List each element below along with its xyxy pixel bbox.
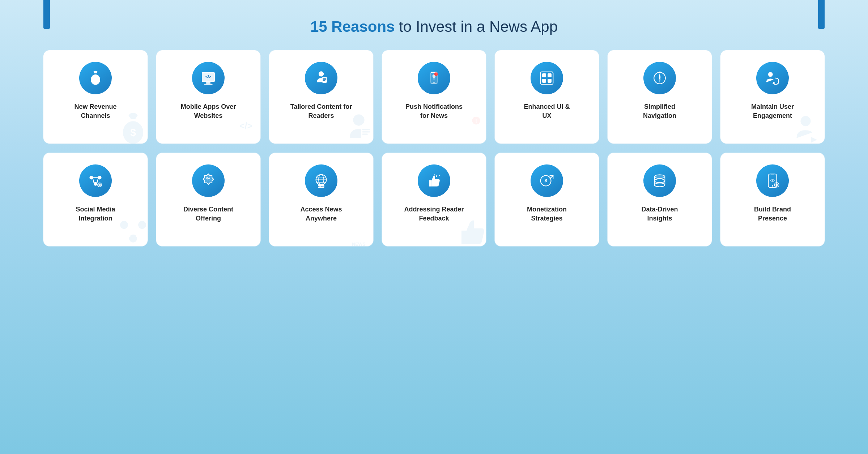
svg-line-69 — [136, 227, 139, 237]
svg-rect-11 — [242, 137, 251, 142]
svg-point-107 — [686, 237, 709, 245]
icon-circle-social-media-integration — [79, 164, 112, 197]
top-bar-left — [43, 0, 50, 29]
card-label-push-notifications-for-news: Push Notificationsfor News — [405, 102, 463, 120]
page-title: 15 Reasons to Invest in a News App — [310, 18, 558, 35]
card-label-access-news-anywhere: Access NewsAnywhere — [300, 205, 342, 223]
svg-rect-110 — [771, 175, 774, 175]
icon-circle-monetization-strategies: $ — [531, 164, 563, 197]
card-bg-icon-access-news-anywhere: NEWS — [341, 214, 374, 247]
card-label-data-driven-insights: Data-DrivenInsights — [641, 205, 678, 223]
svg-text:%: % — [206, 176, 210, 181]
svg-rect-20 — [361, 127, 371, 139]
icon-circle-data-driven-insights — [643, 164, 676, 197]
svg-line-68 — [127, 227, 129, 237]
svg-point-102 — [655, 179, 665, 183]
card-label-build-brand-presence: Build BrandPresence — [754, 205, 791, 223]
svg-point-101 — [655, 175, 665, 178]
icon-circle-simplified-navigation: N — [643, 62, 676, 94]
icon-circle-enhanced-ui-ux — [531, 62, 563, 94]
title-rest: to Invest in a News App — [395, 18, 558, 35]
svg-rect-37 — [542, 79, 546, 83]
svg-point-67 — [129, 235, 137, 243]
svg-rect-17 — [323, 79, 326, 80]
svg-rect-38 — [548, 79, 552, 83]
card-label-maintain-user-engagement: Maintain UserEngagement — [751, 102, 794, 120]
card-data-driven-insights: Data-DrivenInsights — [607, 153, 712, 247]
svg-point-54 — [768, 72, 773, 77]
icon-circle-push-notifications-for-news: ! — [418, 62, 450, 94]
card-label-monetization-strategies: MonetizationStrategies — [527, 205, 567, 223]
svg-text:</>: </> — [239, 121, 252, 131]
svg-marker-47 — [659, 78, 661, 83]
card-label-social-media-integration: Social MediaIntegration — [76, 205, 115, 223]
icon-circle-addressing-reader-feedback: ★ ★ ★ — [418, 164, 450, 197]
icon-circle-new-revenue-channels: $ — [79, 62, 112, 94]
svg-text:!: ! — [436, 73, 437, 76]
svg-text:★: ★ — [438, 174, 440, 176]
svg-point-60 — [94, 182, 97, 186]
card-label-tailored-content-for-readers: Tailored Content forReaders — [290, 102, 352, 120]
card-label-addressing-reader-feedback: Addressing ReaderFeedback — [404, 205, 464, 223]
card-label-new-revenue-channels: New RevenueChannels — [74, 102, 116, 120]
card-label-diverse-content-offering: Diverse ContentOffering — [183, 205, 233, 223]
card-diverse-content-offering: % Diverse ContentOffering % — [156, 153, 261, 247]
svg-rect-35 — [542, 73, 546, 77]
svg-point-66 — [138, 221, 146, 229]
svg-point-109 — [772, 185, 773, 187]
icon-circle-mobile-apps-over-websites: </> — [192, 62, 225, 94]
svg-rect-42 — [574, 131, 583, 139]
svg-rect-7 — [204, 84, 213, 85]
svg-point-59 — [98, 176, 101, 179]
card-maintain-user-engagement: Maintain UserEngagement — [720, 50, 825, 144]
svg-marker-46 — [659, 73, 661, 78]
svg-point-19 — [353, 114, 364, 125]
svg-text:★: ★ — [471, 216, 475, 222]
grid-container: $ New RevenueChannels $ </> Mobile Apps … — [36, 50, 832, 247]
svg-rect-22 — [362, 131, 370, 132]
svg-rect-115 — [807, 218, 814, 220]
card-bg-icon-data-driven-insights — [679, 214, 712, 247]
svg-text:$: $ — [579, 226, 585, 237]
card-new-revenue-channels: $ New RevenueChannels $ — [43, 50, 148, 144]
svg-text:$: $ — [545, 178, 547, 183]
svg-rect-16 — [323, 78, 326, 78]
grid-row-1: Social MediaIntegration % Diverse Conten… — [36, 153, 832, 247]
svg-point-45 — [659, 77, 660, 79]
svg-text:N: N — [695, 113, 699, 119]
svg-marker-51 — [695, 119, 700, 128]
card-build-brand-presence: </> Build BrandPresence </> — [720, 153, 825, 247]
svg-line-62 — [97, 179, 98, 183]
svg-text:N: N — [659, 71, 660, 74]
card-bg-icon-new-revenue-channels: $ — [115, 111, 148, 144]
icon-circle-access-news-anywhere: NEWS — [305, 164, 337, 197]
card-bg-icon-maintain-user-engagement — [792, 111, 825, 144]
card-addressing-reader-feedback: ★ ★ ★ Addressing ReaderFeedback ★ ★ ★ — [382, 153, 486, 247]
icon-circle-diverse-content-offering: % — [192, 164, 225, 197]
svg-text:$: $ — [94, 77, 97, 82]
svg-point-106 — [686, 228, 709, 236]
svg-rect-23 — [362, 134, 368, 135]
top-bar-right — [818, 0, 825, 29]
svg-text:</>: </> — [804, 227, 816, 236]
card-mobile-apps-over-websites: </> Mobile Apps OverWebsites </> — [156, 50, 261, 144]
card-label-enhanced-ui-ux: Enhanced UI &UX — [524, 102, 570, 120]
grid-row-0: $ New RevenueChannels $ </> Mobile Apps … — [36, 50, 832, 144]
svg-point-14 — [319, 71, 324, 76]
svg-text:%: % — [242, 222, 251, 233]
svg-point-50 — [695, 127, 699, 130]
icon-circle-maintain-user-engagement — [756, 62, 789, 94]
svg-line-61 — [93, 179, 94, 183]
svg-text:★: ★ — [474, 218, 480, 225]
card-monetization-strategies: $ MonetizationStrategies $ — [494, 153, 599, 247]
svg-text:★: ★ — [435, 174, 438, 178]
card-bg-icon-simplified-navigation: N — [679, 111, 712, 144]
card-label-simplified-navigation: SimplifiedNavigation — [643, 102, 676, 120]
icon-circle-build-brand-presence: </> — [756, 164, 789, 197]
svg-text:$: $ — [130, 127, 136, 138]
svg-line-96 — [550, 176, 553, 179]
svg-line-99 — [591, 220, 598, 227]
svg-rect-36 — [548, 73, 552, 77]
svg-point-56 — [800, 116, 810, 126]
svg-rect-21 — [362, 129, 370, 130]
